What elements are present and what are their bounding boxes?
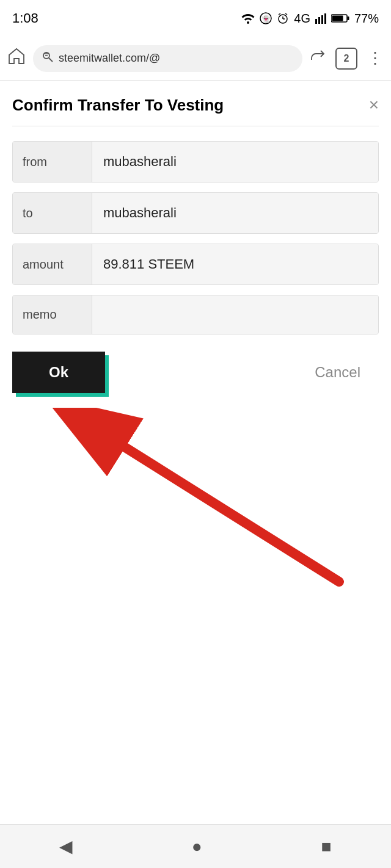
status-bar: 1:08 👻 4G — [0, 0, 391, 37]
signal-icon — [315, 13, 326, 24]
svg-rect-10 — [324, 13, 326, 24]
dialog-divider — [12, 126, 379, 126]
status-time: 1:08 — [12, 10, 38, 26]
arrow-svg — [0, 408, 391, 591]
home-nav-icon[interactable]: ● — [192, 837, 202, 856]
snapchat-icon: 👻 — [260, 12, 272, 24]
from-value: mubasherali — [92, 142, 378, 182]
svg-rect-9 — [321, 15, 323, 24]
from-label: from — [13, 142, 92, 182]
svg-rect-13 — [332, 16, 343, 21]
battery-icon — [331, 13, 349, 23]
svg-rect-7 — [315, 19, 317, 24]
status-icons: 👻 4G 77% — [241, 12, 379, 26]
dialog: Confirm Transfer To Vesting × from mubas… — [0, 81, 391, 408]
share-icon[interactable] — [310, 49, 326, 68]
memo-field: memo — [12, 295, 379, 335]
to-label: to — [13, 193, 92, 233]
browser-bar: steemitwallet.com/@ 2 ⋮ — [0, 37, 391, 81]
home-icon[interactable] — [7, 47, 26, 70]
ok-button[interactable]: Ok — [12, 352, 105, 393]
recent-nav-icon[interactable]: ■ — [321, 837, 332, 856]
back-nav-icon[interactable]: ◀ — [59, 836, 73, 856]
button-row: Ok Cancel — [12, 352, 379, 393]
amount-label: amount — [13, 244, 92, 284]
arrow-annotation — [0, 408, 391, 591]
from-field: from mubasherali — [12, 141, 379, 183]
url-text: steemitwallet.com/@ — [59, 52, 160, 65]
close-icon[interactable]: × — [369, 95, 379, 115]
amount-value: 89.811 STEEM — [92, 244, 378, 284]
more-menu-icon[interactable]: ⋮ — [367, 49, 384, 68]
svg-rect-8 — [318, 17, 320, 24]
svg-rect-12 — [347, 16, 349, 20]
svg-line-5 — [279, 13, 280, 15]
to-value: mubasherali — [92, 193, 378, 233]
dialog-title: Confirm Transfer To Vesting — [12, 96, 224, 115]
svg-line-6 — [285, 13, 287, 15]
bottom-nav: ◀ ● ■ — [0, 824, 391, 868]
dialog-header: Confirm Transfer To Vesting × — [12, 95, 379, 115]
browser-actions: 2 ⋮ — [310, 48, 384, 70]
amount-field: amount 89.811 STEEM — [12, 244, 379, 285]
filter-icon — [42, 51, 54, 66]
svg-line-19 — [125, 447, 339, 582]
svg-line-15 — [49, 58, 53, 62]
memo-value — [92, 295, 378, 334]
memo-label: memo — [13, 295, 92, 334]
cancel-button[interactable]: Cancel — [296, 352, 379, 393]
alarm-icon — [277, 12, 289, 24]
url-bar[interactable]: steemitwallet.com/@ — [33, 45, 302, 72]
network-type: 4G — [294, 12, 310, 26]
tab-count[interactable]: 2 — [335, 48, 357, 70]
svg-text:👻: 👻 — [261, 14, 271, 23]
ok-button-wrapper: Ok — [12, 352, 105, 393]
battery-percent: 77% — [354, 12, 379, 26]
wifi-icon — [241, 13, 255, 24]
to-field: to mubasherali — [12, 192, 379, 234]
